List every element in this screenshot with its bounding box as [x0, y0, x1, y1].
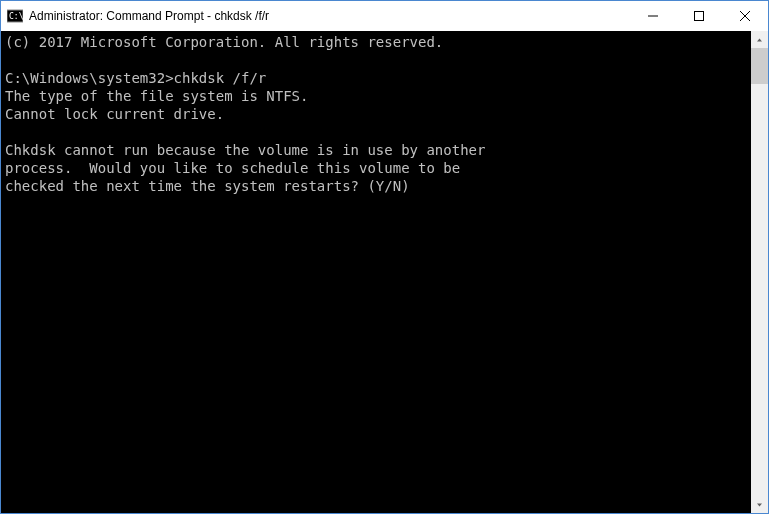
svg-marker-7	[757, 503, 762, 506]
scrollbar-thumb[interactable]	[751, 48, 768, 84]
svg-marker-6	[757, 38, 762, 41]
close-button[interactable]	[722, 1, 768, 31]
output-fs-type: The type of the file system is NTFS.	[5, 88, 308, 104]
svg-rect-3	[695, 12, 704, 21]
scroll-up-button[interactable]	[751, 31, 768, 48]
console-output[interactable]: (c) 2017 Microsoft Corporation. All righ…	[1, 31, 751, 513]
scroll-down-button[interactable]	[751, 496, 768, 513]
window-controls	[630, 1, 768, 31]
minimize-button[interactable]	[630, 1, 676, 31]
command-prompt-window: C:\ Administrator: Command Prompt - chkd…	[0, 0, 769, 514]
client-area: (c) 2017 Microsoft Corporation. All righ…	[1, 31, 768, 513]
cmd-icon: C:\	[7, 8, 23, 24]
window-title: Administrator: Command Prompt - chkdsk /…	[29, 9, 630, 23]
command-text: chkdsk /f/r	[174, 70, 267, 86]
titlebar[interactable]: C:\ Administrator: Command Prompt - chkd…	[1, 1, 768, 31]
vertical-scrollbar[interactable]	[751, 31, 768, 513]
prompt-path: C:\Windows\system32>	[5, 70, 174, 86]
maximize-button[interactable]	[676, 1, 722, 31]
copyright-line: (c) 2017 Microsoft Corporation. All righ…	[5, 34, 443, 50]
svg-text:C:\: C:\	[9, 12, 23, 21]
output-msg2: process. Would you like to schedule this…	[5, 160, 460, 176]
output-msg3: checked the next time the system restart…	[5, 178, 410, 194]
output-lock: Cannot lock current drive.	[5, 106, 224, 122]
output-msg1: Chkdsk cannot run because the volume is …	[5, 142, 485, 158]
scrollbar-track[interactable]	[751, 48, 768, 496]
